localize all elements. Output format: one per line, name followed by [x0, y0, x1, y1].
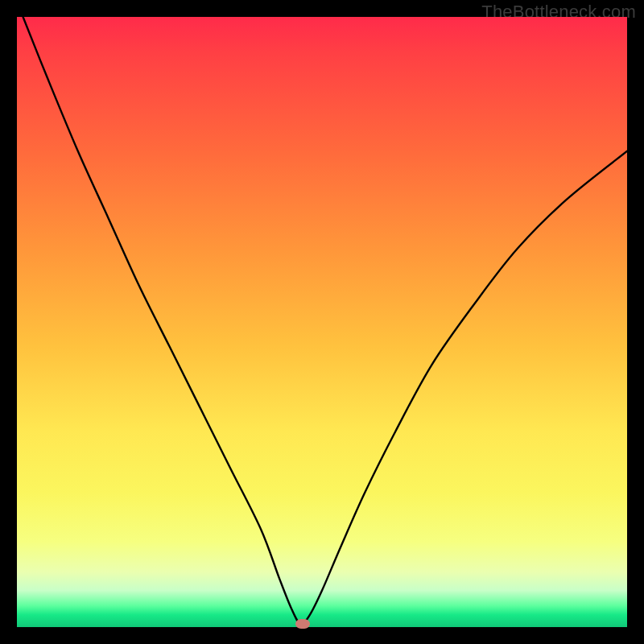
- bottleneck-curve: [23, 17, 627, 624]
- chart-frame: TheBottleneck.com: [0, 0, 644, 644]
- plot-area: [17, 17, 627, 627]
- minimum-marker: [295, 619, 310, 629]
- curve-svg: [17, 17, 627, 627]
